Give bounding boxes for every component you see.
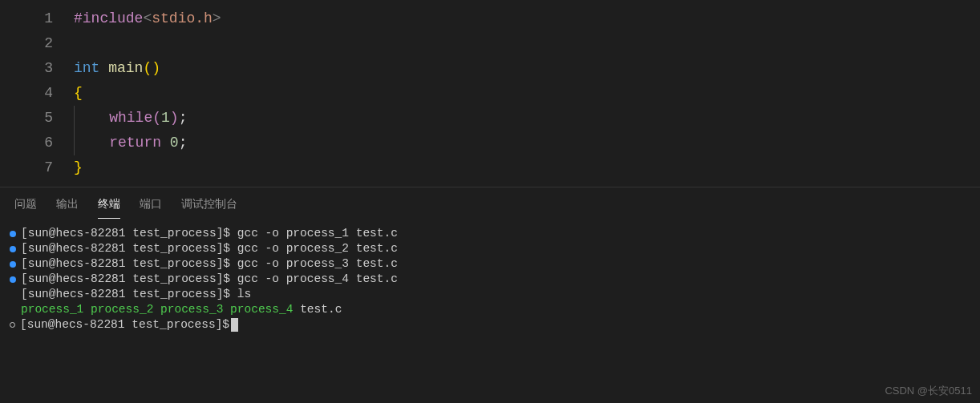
code-content[interactable]: } bbox=[74, 155, 980, 180]
panel-tab-problems[interactable]: 问题 bbox=[14, 192, 37, 219]
watermark: CSDN @长安0511 bbox=[885, 384, 972, 398]
line-number: 6 bbox=[0, 131, 74, 155]
line-number: 2 bbox=[0, 31, 74, 56]
code-line[interactable]: 6 return 0; bbox=[0, 131, 980, 155]
status-bullet-icon bbox=[10, 261, 16, 268]
terminal-ls-output: process_1 process_2 process_3 process_4 … bbox=[10, 302, 970, 317]
code-line[interactable]: 5 while(1); bbox=[0, 106, 980, 131]
code-content[interactable] bbox=[74, 31, 980, 56]
terminal-prompt-line[interactable]: [sun@hecs-82281 test_process]$ bbox=[10, 317, 970, 332]
code-line[interactable]: 3int main() bbox=[0, 56, 980, 81]
panel-tab-debug-console[interactable]: 调试控制台 bbox=[181, 192, 237, 219]
line-number: 3 bbox=[0, 56, 74, 81]
bottom-panel: 问题输出终端端口调试控制台 [sun@hecs-82281 test_proce… bbox=[0, 187, 980, 339]
code-content[interactable]: return 0; bbox=[74, 131, 980, 155]
status-bullet-icon bbox=[10, 231, 16, 237]
terminal-line: [sun@hecs-82281 test_process]$ gcc -o pr… bbox=[10, 272, 970, 287]
terminal-output[interactable]: [sun@hecs-82281 test_process]$ gcc -o pr… bbox=[0, 220, 980, 339]
panel-tab-ports[interactable]: 端口 bbox=[140, 192, 162, 219]
code-line[interactable]: 4{ bbox=[0, 81, 980, 106]
panel-tab-terminal[interactable]: 终端 bbox=[98, 192, 120, 219]
terminal-cursor bbox=[231, 318, 238, 332]
terminal-line: [sun@hecs-82281 test_process]$ gcc -o pr… bbox=[10, 226, 970, 241]
code-content[interactable]: while(1); bbox=[74, 106, 980, 131]
code-editor[interactable]: 1#include<stdio.h>23int main()4{5 while(… bbox=[0, 0, 980, 187]
line-number: 1 bbox=[0, 6, 74, 31]
line-number: 4 bbox=[0, 81, 74, 106]
code-line[interactable]: 2 bbox=[0, 31, 980, 56]
line-number: 5 bbox=[0, 106, 74, 131]
terminal-line: [sun@hecs-82281 test_process]$ gcc -o pr… bbox=[10, 256, 970, 272]
line-number: 7 bbox=[0, 155, 74, 180]
status-bullet-icon bbox=[10, 276, 16, 283]
code-content[interactable]: { bbox=[74, 81, 980, 106]
status-bullet-hollow-icon bbox=[10, 322, 15, 328]
status-bullet-icon bbox=[10, 246, 16, 252]
panel-tab-output[interactable]: 输出 bbox=[56, 192, 79, 219]
terminal-line: [sun@hecs-82281 test_process]$ gcc -o pr… bbox=[10, 241, 970, 256]
code-content[interactable]: #include<stdio.h> bbox=[74, 6, 980, 31]
code-content[interactable]: int main() bbox=[74, 56, 980, 81]
code-line[interactable]: 7} bbox=[0, 155, 980, 180]
terminal-line: [sun@hecs-82281 test_process]$ ls bbox=[10, 287, 970, 302]
panel-tabs: 问题输出终端端口调试控制台 bbox=[0, 187, 980, 220]
code-line[interactable]: 1#include<stdio.h> bbox=[0, 6, 980, 31]
